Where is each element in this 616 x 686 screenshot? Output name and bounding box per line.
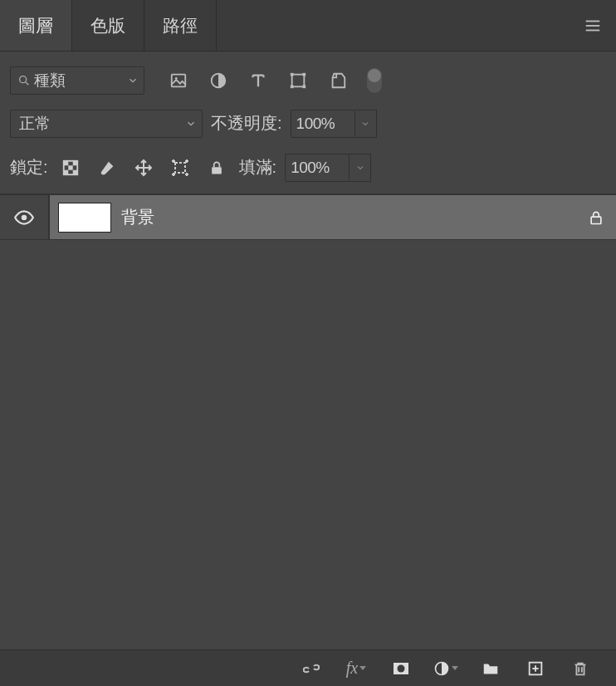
- opacity-label: 不透明度:: [211, 112, 282, 135]
- artboard-icon: [170, 158, 190, 178]
- filter-shape-button[interactable]: [284, 66, 312, 95]
- filter-type-button[interactable]: [244, 66, 272, 95]
- smart-object-icon: [329, 71, 347, 90]
- chevron-down-icon: [355, 163, 365, 173]
- blend-mode-value: 正常: [19, 113, 51, 135]
- shape-icon: [289, 71, 307, 90]
- blend-opacity-row: 正常 不透明度: 100%: [0, 100, 616, 148]
- lock-icon: [208, 159, 225, 176]
- blend-mode-select[interactable]: 正常: [10, 110, 203, 138]
- svg-rect-8: [292, 74, 305, 86]
- menu-icon: [584, 17, 602, 35]
- image-icon: [169, 71, 188, 90]
- link-icon: [301, 659, 321, 679]
- adjustment-icon: [433, 659, 450, 678]
- layer-kind-select[interactable]: 種類: [10, 66, 144, 95]
- trash-icon: [571, 659, 589, 678]
- fill-slider-button[interactable]: [350, 154, 371, 182]
- svg-rect-19: [175, 163, 185, 173]
- layer-style-button[interactable]: fx: [344, 656, 369, 681]
- layer-kind-label: 種類: [34, 70, 66, 91]
- chevron-down-icon: [185, 118, 197, 130]
- tab-channels[interactable]: 色版: [72, 0, 144, 51]
- type-icon: [249, 71, 267, 90]
- layer-row[interactable]: 背景: [0, 195, 616, 240]
- opacity-value: 100%: [296, 115, 335, 133]
- layer-filter-row: 種類: [0, 51, 616, 100]
- panel-menu-button[interactable]: [570, 0, 616, 51]
- svg-rect-10: [303, 72, 306, 76]
- new-icon: [526, 659, 545, 678]
- fill-input[interactable]: 100%: [285, 154, 350, 182]
- filter-adjustment-button[interactable]: [204, 66, 232, 95]
- filter-toggle[interactable]: [367, 68, 382, 93]
- lock-position-button[interactable]: [130, 154, 158, 182]
- brush-icon: [98, 159, 116, 177]
- lock-pixels-button[interactable]: [93, 154, 121, 182]
- tab-layers[interactable]: 圖層: [0, 0, 72, 51]
- folder-icon: [482, 659, 500, 678]
- fx-icon: fx: [346, 659, 358, 678]
- new-layer-button[interactable]: [523, 656, 548, 681]
- lock-label: 鎖定:: [10, 156, 48, 179]
- svg-point-21: [22, 214, 27, 220]
- filter-smartobject-button[interactable]: [324, 66, 352, 95]
- new-adjustment-layer-button[interactable]: [433, 656, 458, 681]
- svg-rect-20: [212, 167, 222, 174]
- mask-icon: [391, 659, 411, 679]
- new-group-button[interactable]: [478, 656, 503, 681]
- svg-rect-11: [291, 85, 294, 88]
- checkerboard-icon: [61, 159, 80, 177]
- lock-all-button[interactable]: [203, 154, 231, 182]
- tab-paths[interactable]: 路徑: [144, 0, 217, 51]
- opacity-input[interactable]: 100%: [291, 110, 355, 138]
- svg-rect-12: [303, 85, 306, 88]
- svg-rect-14: [63, 160, 68, 165]
- eye-icon: [13, 207, 35, 228]
- svg-rect-5: [172, 74, 186, 86]
- lock-icon[interactable]: [588, 209, 604, 226]
- fill-label: 填滿:: [239, 156, 277, 179]
- add-mask-button[interactable]: [389, 656, 413, 681]
- svg-rect-15: [72, 160, 77, 165]
- lock-fill-row: 鎖定:: [0, 148, 616, 194]
- layers-footer: fx: [0, 649, 616, 686]
- opacity-slider-button[interactable]: [355, 110, 377, 138]
- fill-value: 100%: [291, 159, 330, 177]
- chevron-down-icon: [127, 75, 139, 86]
- svg-rect-18: [72, 169, 77, 174]
- svg-rect-22: [591, 217, 601, 223]
- svg-point-3: [20, 76, 27, 82]
- search-icon: [17, 74, 31, 87]
- svg-point-6: [175, 76, 178, 79]
- svg-rect-9: [291, 72, 294, 76]
- lock-transparency-button[interactable]: [56, 154, 85, 182]
- layer-filter-icons: [164, 66, 382, 95]
- layers-list: 背景: [0, 194, 616, 649]
- delete-layer-button[interactable]: [568, 656, 593, 681]
- move-icon: [134, 158, 154, 178]
- link-layers-button[interactable]: [299, 656, 324, 681]
- layer-visibility-toggle[interactable]: [0, 195, 50, 239]
- svg-rect-17: [63, 169, 68, 174]
- filter-pixel-button[interactable]: [164, 66, 193, 95]
- svg-point-24: [398, 664, 405, 672]
- svg-rect-16: [68, 165, 73, 170]
- adjustment-icon: [209, 71, 227, 90]
- panel-tab-bar: 圖層 色版 路徑: [0, 0, 616, 51]
- layer-name[interactable]: 背景: [121, 206, 154, 228]
- svg-line-4: [26, 82, 28, 85]
- chevron-down-icon: [360, 119, 370, 129]
- layer-thumbnail[interactable]: [58, 203, 111, 233]
- lock-artboard-button[interactable]: [166, 154, 194, 182]
